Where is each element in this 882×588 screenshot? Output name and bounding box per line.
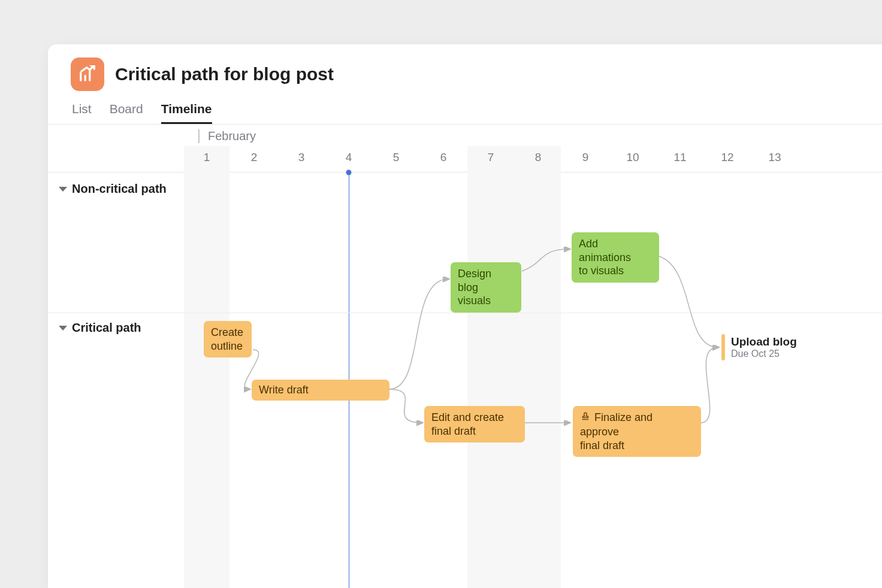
- day-12: 12: [721, 151, 733, 164]
- task-create-outline[interactable]: Createoutline: [204, 321, 252, 357]
- timeline-body: Non-critical path Critical path: [48, 172, 882, 588]
- task-label: Write draft: [259, 384, 309, 396]
- day-6: 6: [440, 151, 447, 164]
- section-critical[interactable]: Critical path: [59, 321, 141, 335]
- milestone-title: Upload blog: [731, 335, 797, 348]
- task-edit-final[interactable]: Edit and createfinal draft: [424, 406, 525, 442]
- section-divider: [48, 313, 882, 313]
- day-3: 3: [298, 151, 305, 164]
- task-label: Add animationsto visuals: [579, 238, 631, 277]
- app-window: Critical path for blog post List Board T…: [48, 44, 882, 588]
- section-non-critical-label: Non-critical path: [72, 182, 167, 196]
- task-label: Finalize and approvefinal draft: [580, 411, 653, 451]
- task-design-visuals[interactable]: Designblog visuals: [451, 262, 521, 313]
- day-13: 13: [768, 151, 781, 164]
- task-write-draft[interactable]: Write draft: [252, 380, 389, 401]
- task-label: Designblog visuals: [458, 268, 491, 307]
- milestone-upload-blog[interactable]: Upload blog Due Oct 25: [721, 334, 797, 360]
- section-non-critical[interactable]: Non-critical path: [59, 182, 167, 196]
- day-8: 8: [535, 151, 542, 164]
- tab-board[interactable]: Board: [110, 102, 143, 124]
- caret-down-icon: [59, 326, 67, 331]
- caret-down-icon: [59, 187, 67, 192]
- task-label: Edit and createfinal draft: [431, 411, 504, 437]
- day-11: 11: [673, 151, 686, 164]
- header: Critical path for blog post List Board T…: [48, 44, 882, 124]
- weekend-shade: [467, 172, 561, 588]
- task-add-animations[interactable]: Add animationsto visuals: [572, 232, 659, 283]
- trend-up-icon: [78, 65, 96, 83]
- day-2: 2: [251, 151, 258, 164]
- day-10: 10: [626, 151, 639, 164]
- tab-timeline[interactable]: Timeline: [161, 102, 212, 124]
- task-label: Createoutline: [211, 326, 243, 352]
- timeline-header: February 1 2 3 4 5 6 7 8 9 10 11 12 13: [48, 125, 882, 172]
- project-icon: [71, 57, 104, 91]
- day-4: 4: [346, 151, 352, 164]
- tabs: List Board Timeline: [71, 102, 864, 124]
- stamp-icon: [580, 411, 591, 426]
- day-1: 1: [204, 151, 210, 164]
- tab-list[interactable]: List: [72, 102, 92, 124]
- day-row: 1 2 3 4 5 6 7 8 9 10 11 12 13: [48, 151, 882, 172]
- task-finalize[interactable]: Finalize and approvefinal draft: [573, 406, 701, 457]
- weekend-shade: [184, 172, 229, 588]
- day-5: 5: [393, 151, 400, 164]
- title-row: Critical path for blog post: [71, 57, 864, 91]
- milestone-bar: [721, 334, 725, 360]
- project-title: Critical path for blog post: [115, 64, 334, 84]
- day-9: 9: [582, 151, 589, 164]
- connectors: [48, 172, 827, 588]
- milestone-subtitle: Due Oct 25: [731, 348, 797, 359]
- section-critical-label: Critical path: [72, 321, 141, 335]
- month-label: February: [198, 129, 256, 143]
- milestone-text: Upload blog Due Oct 25: [731, 335, 797, 359]
- day-7: 7: [488, 151, 494, 164]
